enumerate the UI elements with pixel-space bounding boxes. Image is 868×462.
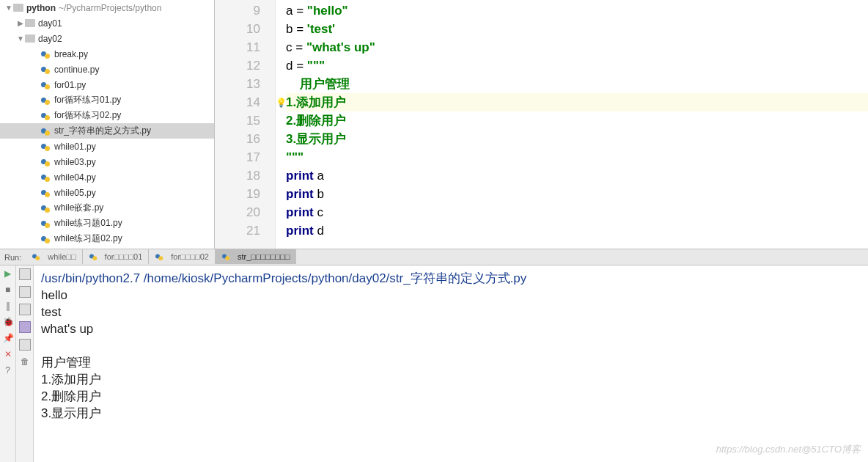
console-line: hello [41, 287, 861, 304]
python-file-icon [41, 80, 51, 90]
tree-file[interactable]: while练习题01.py [0, 216, 214, 231]
code-line[interactable]: d = """ [286, 56, 868, 75]
debug-icon[interactable]: 🐞 [3, 317, 13, 327]
stop-icon[interactable]: ■ [3, 285, 13, 295]
tree-file[interactable]: break.py [0, 46, 214, 62]
up-icon[interactable] [19, 268, 31, 280]
run-tab[interactable]: while□□ [26, 249, 82, 264]
run-icon[interactable]: ▶ [3, 268, 13, 279]
run-label: Run: [0, 253, 26, 262]
python-file-icon [155, 252, 164, 261]
code-line[interactable]: 1.添加用户 [286, 93, 868, 111]
file-label: for循环练习02.py [54, 109, 121, 122]
code-line[interactable]: b = 'test' [286, 20, 868, 38]
console-output[interactable]: /usr/bin/python2.7 /home/kiosk/PycharmPr… [34, 265, 868, 462]
run-toolbar-2: 🗑 [16, 265, 34, 462]
python-file-icon [32, 252, 41, 261]
python-file-icon [41, 49, 51, 59]
run-tab[interactable]: str_□□□□□□□□ [216, 249, 297, 264]
code-line[interactable]: a = "hello" [286, 1, 868, 20]
file-label: str_字符串的定义方式.py [54, 125, 151, 137]
folder-label: day01 [38, 18, 62, 29]
code-line[interactable]: c = "what's up" [286, 38, 868, 56]
python-file-icon [41, 95, 51, 106]
trash-icon[interactable]: 🗑 [20, 356, 30, 367]
help-icon[interactable]: ? [3, 365, 13, 375]
tree-file[interactable]: str_字符串的定义方式.py [0, 123, 214, 139]
file-label: while嵌套.py [54, 202, 103, 214]
python-file-icon [41, 234, 51, 244]
file-label: while01.py [54, 142, 96, 152]
lightbulb-icon[interactable]: 💡 [276, 94, 287, 112]
print-icon[interactable] [19, 339, 31, 351]
code-editor[interactable]: 9101112131415161718192021 💡 a = "hello"b… [215, 0, 868, 249]
console-line: test [41, 304, 861, 320]
watermark: https://blog.csdn.net@51CTO博客 [716, 441, 861, 458]
run-toolbar-left: ▶ ■ ‖ 🐞 📌 ✕ ? [0, 265, 16, 462]
code-line[interactable]: print a [286, 166, 868, 185]
code-line[interactable]: 3.显示用户 [286, 130, 868, 148]
python-file-icon [41, 188, 51, 198]
python-file-icon [41, 142, 51, 152]
down-icon[interactable] [19, 286, 31, 298]
code-line[interactable]: 2.删除用户 [286, 111, 868, 130]
run-tab-bar: Run: while□□for□□□□01for□□□□02str_□□□□□□… [0, 249, 868, 265]
code-line[interactable]: print b [286, 185, 868, 203]
python-file-icon [41, 157, 51, 167]
run-tab[interactable]: for□□□□02 [149, 249, 216, 264]
code-line[interactable]: print c [286, 203, 868, 221]
file-label: while练习题02.py [54, 232, 122, 245]
tree-root[interactable]: ▼ python ~/PycharmProjects/python [0, 0, 214, 15]
tree-folder[interactable]: ▼day02 [0, 31, 214, 46]
code-area[interactable]: 💡 a = "hello"b = 'test'c = "what's up"d … [276, 0, 868, 249]
file-label: while练习题01.py [54, 217, 122, 230]
file-label: while03.py [54, 157, 96, 167]
console-line: 3.显示用户 [41, 405, 861, 422]
folder-icon [25, 34, 35, 43]
console-line [41, 337, 861, 354]
tree-file[interactable]: while03.py [0, 154, 214, 169]
wrap-icon[interactable] [19, 304, 31, 315]
file-label: while05.py [54, 188, 96, 198]
python-file-icon [41, 65, 51, 75]
chevron-icon: ▶ [16, 19, 25, 27]
file-label: for循环练习01.py [54, 94, 121, 106]
tree-folder[interactable]: ▶day01 [0, 15, 214, 31]
scroll-icon[interactable] [19, 321, 31, 333]
file-label: while04.py [54, 172, 96, 183]
tree-file[interactable]: while05.py [0, 185, 214, 200]
python-file-icon [41, 219, 51, 229]
chevron-icon: ▼ [16, 34, 25, 43]
python-file-icon [41, 172, 51, 183]
tree-file[interactable]: for01.py [0, 77, 214, 92]
tree-file[interactable]: while01.py [0, 139, 214, 154]
project-tree[interactable]: ▼ python ~/PycharmProjects/python ▶day01… [0, 0, 215, 249]
tab-label: for□□□□01 [105, 252, 143, 261]
tab-label: for□□□□02 [171, 252, 209, 261]
file-label: break.py [54, 49, 88, 59]
tree-file[interactable]: for循环练习02.py [0, 108, 214, 123]
tree-file[interactable]: while嵌套.py [0, 200, 214, 216]
run-tab[interactable]: for□□□□01 [83, 249, 150, 264]
project-path: ~/PycharmProjects/python [59, 3, 161, 13]
tab-label: str_□□□□□□□□ [238, 252, 290, 261]
python-file-icon [222, 252, 231, 261]
console-command: /usr/bin/python2.7 /home/kiosk/PycharmPr… [41, 270, 861, 287]
tree-file[interactable]: while练习题02.py [0, 231, 214, 246]
close-icon[interactable]: ✕ [3, 349, 13, 359]
folder-icon [13, 4, 23, 12]
file-label: for01.py [54, 80, 86, 90]
folder-icon [25, 19, 35, 27]
python-file-icon [41, 203, 51, 213]
tree-file[interactable]: for循环练习01.py [0, 92, 214, 108]
tree-file[interactable]: while04.py [0, 169, 214, 185]
code-line[interactable]: 用户管理 [286, 75, 868, 93]
chevron-down-icon: ▼ [4, 4, 13, 12]
console-line: what's up [41, 320, 861, 337]
pin-icon[interactable]: 📌 [3, 333, 13, 343]
pause-icon[interactable]: ‖ [3, 301, 13, 311]
tree-file[interactable]: continue.py [0, 62, 214, 77]
code-line[interactable]: print d [286, 221, 868, 240]
console-line: 1.添加用户 [41, 371, 861, 388]
code-line[interactable]: """ [286, 148, 868, 166]
